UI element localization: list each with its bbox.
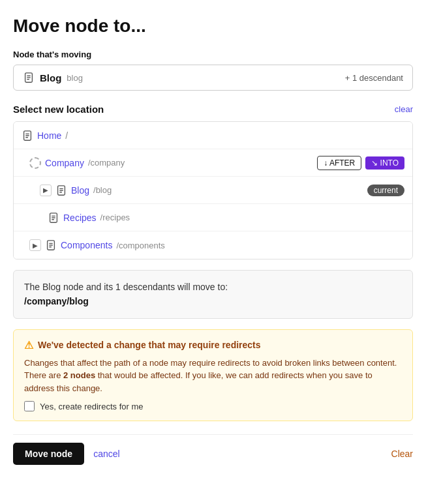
warning-title: ⚠ We've detected a change that may requi… — [24, 339, 402, 351]
home-separator: / — [65, 130, 68, 141]
row-left-recipes: Recipes /recipes — [48, 212, 404, 224]
warning-bold: 2 nodes — [63, 370, 95, 380]
company-dashed-icon — [29, 157, 41, 169]
recipes-node-label[interactable]: Recipes — [63, 213, 97, 223]
recipes-node-path: /recipes — [100, 213, 130, 222]
company-node-path: /company — [88, 158, 125, 168]
moving-node-name: Blog — [40, 72, 61, 83]
warning-box: ⚠ We've detected a change that may requi… — [13, 329, 413, 422]
clear-footer-button[interactable]: Clear — [391, 449, 413, 459]
blog-expand-icon[interactable]: ▶ — [40, 185, 52, 196]
current-badge: current — [367, 185, 404, 196]
warning-icon: ⚠ — [24, 339, 33, 351]
location-label: Select new location — [13, 104, 104, 115]
redirect-checkbox[interactable] — [24, 401, 35, 411]
row-left-home: Home / — [22, 130, 404, 141]
move-node-button[interactable]: Move node — [13, 443, 84, 465]
components-node-label[interactable]: Components — [61, 240, 112, 250]
preview-text: The Blog node and its 1 descendants will… — [24, 282, 228, 292]
page-icon — [23, 72, 35, 83]
descendant-count: + 1 descendant — [345, 73, 403, 83]
home-page-icon — [22, 130, 33, 141]
into-button[interactable]: ↘ INTO — [365, 156, 404, 170]
redirect-checkbox-row: Yes, create redirects for me — [24, 401, 402, 411]
warning-body: Changes that affect the path of a node m… — [24, 357, 402, 395]
row-left-company: Company /company — [29, 157, 317, 169]
page-title: Move node to... — [13, 16, 413, 37]
tree-row-components: ▶ Components /components — [14, 231, 412, 259]
preview-path: /company/blog — [24, 296, 89, 306]
tree-row-home: Home / — [14, 122, 412, 149]
recipes-page-icon — [48, 212, 59, 224]
clear-location-link[interactable]: clear — [395, 104, 413, 114]
moving-node-slug: blog — [67, 73, 83, 83]
node-moving-label: Node that's moving — [13, 50, 413, 59]
components-page-icon — [45, 239, 57, 251]
cancel-button[interactable]: cancel — [93, 449, 119, 459]
tree-row-blog: ▶ Blog /blog current — [14, 177, 412, 204]
row-right-company: ↓ AFTER ↘ INTO — [317, 156, 404, 170]
home-node-label[interactable]: Home — [37, 130, 61, 141]
tree-container: Home / Company /company ↓ AFTER ↘ INTO ▶… — [13, 121, 413, 259]
footer-bar: Move node cancel Clear — [13, 434, 413, 465]
row-right-blog: current — [367, 185, 404, 196]
redirect-checkbox-label[interactable]: Yes, create redirects for me — [40, 402, 143, 411]
company-node-label[interactable]: Company — [45, 158, 84, 168]
footer-left: Move node cancel — [13, 443, 120, 465]
blog-node-label[interactable]: Blog — [71, 185, 89, 196]
blog-node-path: /blog — [93, 185, 112, 195]
tree-row-recipes: Recipes /recipes — [14, 204, 412, 231]
row-left-blog: ▶ Blog /blog — [40, 185, 367, 196]
after-button[interactable]: ↓ AFTER — [317, 156, 361, 170]
row-left-components: ▶ Components /components — [29, 239, 404, 251]
blog-page-icon — [55, 185, 67, 196]
components-expand-icon[interactable]: ▶ — [29, 239, 41, 251]
components-node-path: /components — [116, 241, 164, 250]
node-moving-left: Blog blog — [23, 72, 83, 83]
tree-row-company: Company /company ↓ AFTER ↘ INTO — [14, 149, 412, 177]
node-moving-box: Blog blog + 1 descendant — [13, 65, 413, 91]
preview-box: The Blog node and its 1 descendants will… — [13, 270, 413, 319]
location-header: Select new location clear — [13, 104, 413, 115]
